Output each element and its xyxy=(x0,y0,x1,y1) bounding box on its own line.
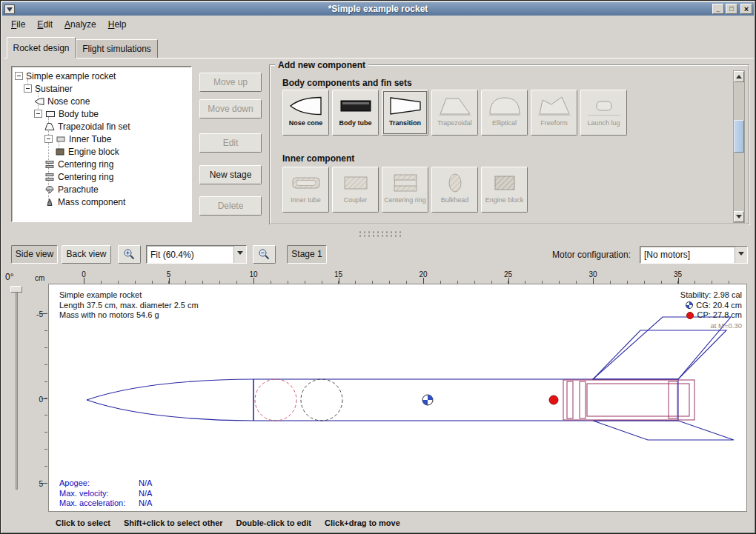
cg-marker xyxy=(422,395,433,405)
tree-item-centering-ring-2[interactable]: Centering ring xyxy=(12,170,191,183)
add-coupler-button[interactable]: Coupler xyxy=(332,167,379,213)
chevron-down-icon[interactable] xyxy=(735,247,747,263)
add-transition-button[interactable]: Transition xyxy=(382,90,428,136)
tree-item-sustainer[interactable]: Sustainer xyxy=(12,82,191,95)
menu-analyze[interactable]: Analyze xyxy=(59,17,102,32)
fin-icon xyxy=(44,122,56,131)
stability-info: Stability: 2.98 cal CG: 20.4 cm CP: 27.8… xyxy=(680,290,742,330)
title-bar[interactable]: *Simple example rocket _ □ × xyxy=(2,2,754,16)
parachute-icon xyxy=(44,185,56,194)
scroll-down-button[interactable] xyxy=(734,211,744,222)
close-button[interactable]: × xyxy=(740,4,752,14)
nose-cone-icon xyxy=(34,97,45,106)
rotation-slider-track[interactable] xyxy=(16,288,18,490)
add-bulkhead-button[interactable]: Bulkhead xyxy=(431,167,478,213)
engine-block-icon xyxy=(55,147,66,156)
move-up-button[interactable]: Move up xyxy=(199,73,262,92)
cp-marker xyxy=(549,396,558,404)
chevron-down-icon[interactable] xyxy=(233,246,246,263)
tree-item-label: Trapezoidal fin set xyxy=(58,121,130,132)
status-bar: Click to select Shift+click to select ot… xyxy=(2,514,754,532)
zoom-in-button[interactable] xyxy=(118,245,141,264)
cg-icon xyxy=(686,301,693,309)
rocket-canvas[interactable]: Simple example rocket Length 37.5 cm, ma… xyxy=(48,284,747,512)
add-inner-tube-button[interactable]: Inner tube xyxy=(282,167,329,213)
tree-item-inner-tube[interactable]: Inner Tube xyxy=(12,133,191,145)
magnifier-minus-icon xyxy=(258,248,271,261)
tree-item-label: Engine block xyxy=(68,147,119,157)
ruler-unit-label: cm xyxy=(35,274,44,282)
tree-item-label: Parachute xyxy=(58,184,99,195)
tab-rocket-design[interactable]: Rocket design xyxy=(7,37,76,59)
tree-item-label: Mass component xyxy=(58,197,125,207)
add-elliptical-fin-button[interactable]: Elliptical xyxy=(481,90,528,136)
delete-button[interactable]: Delete xyxy=(199,196,262,216)
motor-configuration-label: Motor configuration: xyxy=(552,250,631,260)
collapse-icon[interactable] xyxy=(15,72,23,80)
centering-ring-icon xyxy=(44,160,56,169)
scroll-up-button[interactable] xyxy=(734,71,744,82)
bulkhead-icon xyxy=(438,171,472,195)
minimize-button[interactable]: _ xyxy=(712,4,724,14)
zoom-out-button[interactable] xyxy=(253,245,276,264)
motor-configuration-select[interactable]: [No motors] xyxy=(640,246,748,264)
add-launch-lug-button[interactable]: Launch lug xyxy=(580,90,627,136)
add-engine-block-button[interactable]: Engine block xyxy=(481,167,528,213)
menu-help[interactable]: Help xyxy=(102,17,133,32)
magnifier-plus-icon xyxy=(123,248,136,261)
collapse-icon[interactable] xyxy=(24,84,32,93)
tree-item-nose-cone[interactable]: Nose cone xyxy=(12,95,191,107)
menu-edit[interactable]: Edit xyxy=(31,17,59,32)
engine-block-icon xyxy=(488,171,522,195)
tree-item-label: Sustainer xyxy=(35,84,73,94)
new-stage-button[interactable]: New stage xyxy=(199,165,262,184)
add-centering-ring-button[interactable]: Centering ring xyxy=(382,167,428,213)
menu-bar: File Edit Analyze Help xyxy=(2,16,754,33)
stage-1-toggle[interactable]: Stage 1 xyxy=(287,245,327,264)
stability-value: Stability: 2.98 cal xyxy=(680,290,742,301)
tree-item-fin-set[interactable]: Trapezoidal fin set xyxy=(12,120,191,133)
collapse-icon[interactable] xyxy=(34,110,42,118)
hint-click-drag: Click+drag to move xyxy=(325,518,400,527)
rotation-slider-thumb[interactable] xyxy=(10,286,22,293)
add-component-title: Add new component xyxy=(275,60,368,70)
add-freeform-fin-button[interactable]: Freeform xyxy=(531,90,577,136)
tree-item-rocket[interactable]: Simple example rocket xyxy=(12,70,191,82)
add-nose-cone-button[interactable]: Nose cone xyxy=(282,90,329,136)
body-tube-icon xyxy=(45,110,56,119)
rocket-info: Simple example rocket Length 37.5 cm, ma… xyxy=(59,290,199,321)
tree-item-body-tube[interactable]: Body tube xyxy=(12,107,191,120)
collapse-icon[interactable] xyxy=(44,135,53,143)
hint-double-click: Double-click to edit xyxy=(236,518,311,527)
mass-icon xyxy=(44,198,56,207)
tree-item-label: Inner Tube xyxy=(69,134,111,144)
zoom-select[interactable]: Fit (60.4%) xyxy=(146,245,247,264)
scrollbar-thumb[interactable] xyxy=(734,120,744,153)
side-view-button[interactable]: Side view xyxy=(11,245,58,264)
add-trapezoidal-fin-button[interactable]: Trapezoidal xyxy=(431,90,478,136)
transition-icon xyxy=(388,94,422,118)
tree-item-parachute[interactable]: Parachute xyxy=(12,183,191,196)
body-components-title: Body components and fin sets xyxy=(282,78,412,88)
inner-tube-icon xyxy=(56,135,67,144)
tree-item-centering-ring-1[interactable]: Centering ring xyxy=(12,158,191,170)
tree-item-mass-component[interactable]: Mass component xyxy=(12,196,191,208)
edit-button[interactable]: Edit xyxy=(199,133,262,153)
add-body-tube-button[interactable]: Body tube xyxy=(332,90,379,136)
mach-note: at M=0.30 xyxy=(680,321,742,331)
move-down-button[interactable]: Move down xyxy=(199,99,262,119)
menu-file[interactable]: File xyxy=(5,17,31,32)
split-pane-grip[interactable] xyxy=(358,230,401,237)
hint-click-select: Click to select xyxy=(56,518,110,527)
maximize-button[interactable]: □ xyxy=(726,4,737,14)
rotation-value: 0° xyxy=(5,272,13,282)
body-tube-icon xyxy=(339,94,373,118)
tab-flight-simulations[interactable]: Flight simulations xyxy=(76,39,158,59)
cp-value: CP: 27.8 cm xyxy=(697,310,742,321)
back-view-button[interactable]: Back view xyxy=(62,245,111,264)
component-panel-scrollbar[interactable] xyxy=(733,70,745,223)
coupler-icon xyxy=(339,171,373,195)
tree-item-label: Body tube xyxy=(59,109,99,119)
tree-item-label: Centering ring xyxy=(58,172,113,182)
tree-item-engine-block[interactable]: Engine block xyxy=(12,145,191,158)
